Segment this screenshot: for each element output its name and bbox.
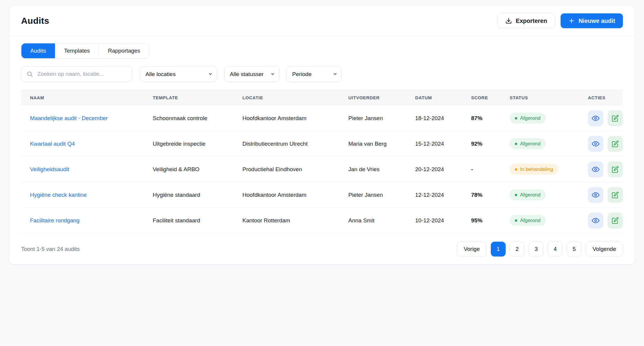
eye-icon: [592, 166, 599, 173]
locatie-cell: Hoofdkantoor Amsterdam: [234, 192, 340, 198]
edit-pencil-icon: [612, 166, 619, 173]
datum-cell: 20-12-2024: [406, 166, 462, 173]
results-summary: Toont 1-5 van 24 audits: [21, 246, 80, 252]
view-button[interactable]: [588, 213, 603, 229]
score-cell: 92%: [462, 141, 501, 147]
edit-pencil-icon: [612, 115, 619, 122]
page-title: Audits: [21, 16, 49, 26]
edit-button[interactable]: [607, 187, 623, 203]
audit-name-link[interactable]: Hygiëne check kantine: [30, 192, 87, 198]
status-badge: Afgerond: [509, 113, 546, 124]
uitvoerder-cell: Pieter Jansen: [339, 115, 406, 122]
score-cell: 78%: [462, 192, 501, 198]
view-button[interactable]: [588, 136, 603, 152]
audit-name-link[interactable]: Maandelijkse audit - December: [30, 115, 108, 121]
plus-icon: [568, 18, 575, 24]
status-dot-icon: [515, 143, 517, 145]
view-button[interactable]: [588, 110, 603, 126]
edit-pencil-icon: [612, 217, 619, 224]
download-icon: [505, 18, 512, 24]
table-row: Hygiëne check kantine Hygiëne standaard …: [21, 182, 623, 208]
edit-button[interactable]: [607, 110, 623, 126]
audit-name-link[interactable]: Veiligheidsaudit: [30, 166, 69, 172]
status-label: Afgerond: [520, 115, 540, 121]
edit-button[interactable]: [607, 136, 623, 152]
status-label: Afgerond: [520, 218, 540, 224]
pagination-page-4[interactable]: 4: [548, 242, 563, 257]
pagination-page-1[interactable]: 1: [491, 242, 506, 257]
pagination-page-2[interactable]: 2: [510, 242, 525, 257]
datum-cell: 15-12-2024: [406, 141, 462, 147]
template-cell: Uitgebreide inspectie: [144, 141, 234, 147]
period-filter[interactable]: Periode: [287, 66, 342, 82]
edit-button[interactable]: [607, 213, 623, 229]
status-dot-icon: [515, 168, 517, 171]
status-badge: Afgerond: [509, 215, 546, 226]
locatie-cell: Kantoor Rotterdam: [234, 217, 340, 224]
datum-cell: 18-12-2024: [406, 115, 462, 122]
filters-row: Alle locaties Alle statussen Periode: [9, 66, 635, 82]
locatie-cell: Hoofdkantoor Amsterdam: [234, 115, 340, 122]
column-header-naam: NAAM: [21, 95, 144, 100]
status-badge: In behandeling: [509, 164, 558, 175]
pagination: Vorige 1 2 3 4 5 Volgende: [457, 242, 623, 257]
uitvoerder-cell: Maria van Berg: [339, 141, 406, 147]
status-filter[interactable]: Alle statussen: [224, 66, 279, 82]
tab-group: Audits Templates Rapportages: [21, 43, 149, 59]
status-dot-icon: [515, 117, 517, 119]
eye-icon: [592, 217, 599, 224]
audit-name-link[interactable]: Facilitaire rondgang: [30, 217, 80, 224]
pagination-next-button[interactable]: Volgende: [586, 242, 623, 257]
template-cell: Schoonmaak controle: [144, 115, 234, 122]
audits-table: NAAM TEMPLATE LOCATIE UITVOERDER DATUM S…: [9, 89, 635, 233]
export-button[interactable]: Exporteren: [497, 13, 555, 28]
table-header-row: NAAM TEMPLATE LOCATIE UITVOERDER DATUM S…: [21, 89, 623, 106]
locatie-cell: Productiehal Eindhoven: [234, 166, 340, 173]
panel-header: Audits Exporteren Nieuwe audit: [9, 5, 635, 37]
eye-icon: [592, 140, 599, 148]
table-row: Kwartaal audit Q4 Uitgebreide inspectie …: [21, 131, 623, 157]
template-cell: Veiligheid & ARBO: [144, 166, 234, 173]
tab-rapportages[interactable]: Rapportages: [99, 43, 149, 58]
template-cell: Faciliteit standaard: [144, 217, 234, 224]
tab-audits[interactable]: Audits: [21, 43, 55, 58]
edit-pencil-icon: [612, 191, 619, 199]
eye-icon: [592, 191, 599, 199]
status-badge: Afgerond: [509, 189, 546, 200]
panel-footer: Toont 1-5 van 24 audits Vorige 1 2 3 4 5…: [9, 233, 635, 265]
status-label: In behandeling: [520, 166, 553, 172]
datum-cell: 12-12-2024: [406, 192, 462, 198]
edit-button[interactable]: [607, 161, 623, 177]
location-filter[interactable]: Alle locaties: [140, 66, 217, 82]
search-input[interactable]: [21, 66, 133, 82]
column-header-datum: DATUM: [406, 95, 462, 100]
uitvoerder-cell: Anna Smit: [339, 217, 406, 224]
search-icon: [26, 71, 33, 77]
status-dot-icon: [515, 194, 517, 196]
column-header-acties: ACTIES: [579, 95, 623, 100]
new-audit-button[interactable]: Nieuwe audit: [561, 13, 623, 28]
tabs-row: Audits Templates Rapportages: [9, 37, 635, 59]
view-button[interactable]: [588, 161, 603, 177]
pagination-prev-button[interactable]: Vorige: [457, 242, 487, 257]
table-row: Maandelijkse audit - December Schoonmaak…: [21, 106, 623, 131]
status-dot-icon: [515, 219, 517, 222]
locatie-cell: Distributiecentrum Utrecht: [234, 141, 340, 147]
table-row: Facilitaire rondgang Faciliteit standaar…: [21, 208, 623, 233]
pagination-page-3[interactable]: 3: [529, 242, 544, 257]
column-header-locatie: LOCATIE: [234, 95, 340, 100]
column-header-uitvoerder: UITVOERDER: [339, 95, 406, 100]
tab-templates[interactable]: Templates: [55, 43, 99, 58]
pagination-page-5[interactable]: 5: [567, 242, 582, 257]
header-actions: Exporteren Nieuwe audit: [497, 13, 623, 28]
view-button[interactable]: [588, 187, 603, 203]
score-cell: 87%: [462, 115, 501, 122]
uitvoerder-cell: Pieter Jansen: [339, 192, 406, 198]
audits-panel: Audits Exporteren Nieuwe audit Audits Te…: [9, 5, 635, 265]
period-filter-wrap: Periode: [287, 66, 342, 82]
audit-name-link[interactable]: Kwartaal audit Q4: [30, 141, 75, 147]
edit-pencil-icon: [612, 140, 619, 147]
search-box: [21, 66, 133, 82]
status-badge: Afgerond: [509, 138, 546, 149]
new-audit-button-label: Nieuwe audit: [579, 18, 615, 24]
